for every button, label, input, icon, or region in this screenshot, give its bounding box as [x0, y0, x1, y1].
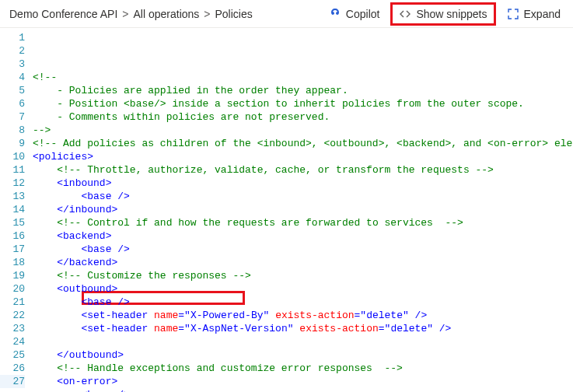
- code-line[interactable]: - Position <base/> inside a section to i…: [33, 97, 573, 110]
- line-number: 25: [0, 348, 25, 362]
- snippets-highlight: Show snippets: [390, 2, 495, 26]
- line-number: 17: [0, 243, 25, 256]
- line-number: 14: [0, 203, 25, 216]
- expand-label: Expand: [524, 8, 561, 20]
- code-line[interactable]: [33, 335, 573, 348]
- line-number: 23: [0, 322, 25, 335]
- show-snippets-label: Show snippets: [416, 8, 487, 20]
- line-number: 9: [0, 137, 25, 150]
- code-line[interactable]: </outbound>: [33, 348, 573, 362]
- code-line[interactable]: <outbound>: [33, 282, 573, 296]
- code-line[interactable]: <base />: [33, 296, 573, 309]
- line-number-gutter: 1234567891011121314151617181920212223242…: [0, 28, 33, 392]
- line-number: 24: [0, 335, 25, 348]
- breadcrumb-separator: >: [122, 8, 128, 20]
- breadcrumb-item[interactable]: Demo Conference API: [9, 8, 117, 20]
- code-line[interactable]: <backend>: [33, 229, 573, 243]
- expand-icon: [507, 8, 519, 20]
- code-line[interactable]: -->: [33, 124, 573, 137]
- line-number: 16: [0, 229, 25, 243]
- line-number: 21: [0, 296, 25, 309]
- code-line[interactable]: <base />: [33, 243, 573, 256]
- code-line[interactable]: <policies>: [33, 150, 573, 163]
- breadcrumb-separator: >: [204, 8, 210, 20]
- code-line[interactable]: <!-- Control if and how the requests are…: [33, 216, 573, 229]
- line-number: 12: [0, 177, 25, 190]
- code-line[interactable]: <!-- Throttle, authorize, validate, cach…: [33, 163, 573, 177]
- line-number: 4: [0, 71, 25, 84]
- code-icon: [399, 8, 411, 20]
- code-line[interactable]: <!-- Add policies as children of the <in…: [33, 137, 573, 150]
- code-line[interactable]: - Policies are applied in the order they…: [33, 84, 573, 97]
- copilot-icon: [329, 8, 341, 20]
- code-line[interactable]: <on-error>: [33, 375, 573, 388]
- code-line[interactable]: </backend>: [33, 256, 573, 269]
- breadcrumb-item[interactable]: All operations: [133, 8, 199, 20]
- code-line[interactable]: <base />: [33, 388, 573, 392]
- line-number: 3: [0, 58, 25, 71]
- line-number: 20: [0, 282, 25, 296]
- line-number: 1: [0, 31, 25, 44]
- line-number: 2: [0, 44, 25, 58]
- line-number: 15: [0, 216, 25, 229]
- copilot-button[interactable]: Copilot: [323, 5, 386, 23]
- line-number: 18: [0, 256, 25, 269]
- code-line[interactable]: <!-- Handle exceptions and customize err…: [33, 362, 573, 375]
- line-number: 10: [0, 150, 25, 163]
- line-number: 13: [0, 190, 25, 203]
- code-content[interactable]: <!-- - Policies are applied in the order…: [33, 28, 573, 392]
- line-number: 8: [0, 124, 25, 137]
- line-number: 6: [0, 97, 25, 110]
- expand-button[interactable]: Expand: [501, 5, 567, 23]
- code-line[interactable]: <inbound>: [33, 177, 573, 190]
- breadcrumb: Demo Conference API > All operations > P…: [9, 8, 318, 20]
- line-number: 26: [0, 362, 25, 375]
- line-number: 11: [0, 163, 25, 177]
- toolbar: Demo Conference API > All operations > P…: [0, 0, 573, 28]
- code-editor[interactable]: 1234567891011121314151617181920212223242…: [0, 28, 573, 392]
- line-number: 7: [0, 110, 25, 124]
- line-number: 5: [0, 84, 25, 97]
- code-line[interactable]: <!--: [33, 71, 573, 84]
- show-snippets-button[interactable]: Show snippets: [393, 5, 493, 23]
- code-line[interactable]: <!-- Customize the responses -->: [33, 269, 573, 282]
- code-line[interactable]: <set-header name="X-Powered-By" exists-a…: [33, 309, 573, 322]
- copilot-label: Copilot: [346, 8, 380, 20]
- breadcrumb-item[interactable]: Policies: [215, 8, 253, 20]
- code-line[interactable]: - Comments within policies are not prese…: [33, 110, 573, 124]
- code-line[interactable]: <base />: [33, 190, 573, 203]
- code-line[interactable]: </inbound>: [33, 203, 573, 216]
- line-number: 22: [0, 309, 25, 322]
- line-number: 19: [0, 269, 25, 282]
- line-number: 27: [0, 375, 25, 388]
- code-line[interactable]: <set-header name="X-AspNet-Version" exis…: [33, 322, 573, 335]
